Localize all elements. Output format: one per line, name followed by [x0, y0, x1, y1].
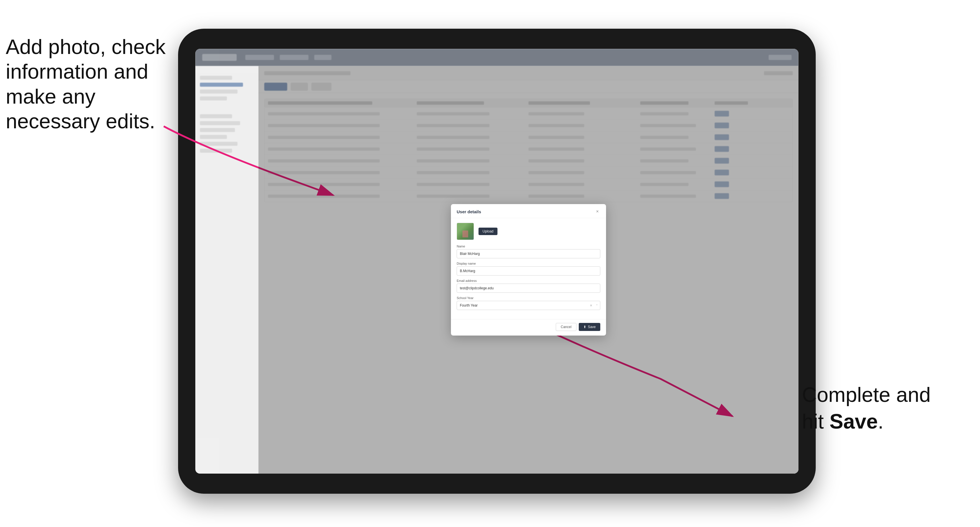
- sidebar-section-header-2: [200, 114, 232, 118]
- modal-body: Upload Name Display name: [451, 218, 606, 319]
- modal-overlay: User details × Upload: [258, 66, 799, 474]
- school-year-field-group: School Year Fourth Year × ⌃: [457, 296, 600, 310]
- app-body: User details × Upload: [195, 66, 799, 474]
- app-sidebar: [195, 66, 258, 474]
- display-name-label: Display name: [457, 262, 600, 265]
- photo-section: Upload: [457, 223, 600, 240]
- app-nav: [245, 55, 760, 60]
- display-name-input[interactable]: [457, 267, 600, 276]
- name-input[interactable]: [457, 249, 600, 258]
- name-field-group: Name: [457, 244, 600, 258]
- sidebar-item-3: [200, 128, 235, 132]
- app-main: User details × Upload: [258, 66, 799, 474]
- modal-title: User details: [457, 209, 481, 214]
- school-year-select-wrapper: Fourth Year × ⌃: [457, 301, 600, 310]
- annotation-right: Complete and hit Save.: [802, 381, 963, 435]
- save-label: Save: [588, 325, 596, 329]
- school-year-select[interactable]: Fourth Year: [457, 301, 600, 310]
- save-icon: ⬆: [583, 325, 586, 329]
- chevron-down-icon: ⌃: [596, 304, 598, 307]
- nav-item-communities: [245, 55, 274, 60]
- annotation-right-line2: hit: [802, 410, 829, 433]
- select-clear-icon[interactable]: ×: [590, 303, 592, 308]
- tablet-screen: User details × Upload: [195, 49, 799, 474]
- annotation-right-line1: Complete and: [802, 383, 931, 406]
- sidebar-item-settings: [200, 90, 237, 94]
- app-header: [195, 49, 799, 66]
- sidebar-item-roles: [200, 97, 227, 100]
- cancel-button[interactable]: Cancel: [556, 323, 576, 331]
- header-user-area: [768, 55, 792, 60]
- email-field-group: Email address: [457, 279, 600, 293]
- sidebar-item-2: [200, 121, 240, 125]
- save-button[interactable]: ⬆ Save: [579, 323, 600, 331]
- app-logo: [202, 54, 237, 61]
- modal-footer: Cancel ⬆ Save: [451, 319, 606, 335]
- modal-header: User details ×: [451, 204, 606, 218]
- sidebar-section-header: [200, 76, 232, 80]
- school-year-label: School Year: [457, 296, 600, 300]
- tablet-device: User details × Upload: [178, 29, 816, 494]
- name-label: Name: [457, 244, 600, 248]
- close-button[interactable]: ×: [595, 209, 600, 214]
- display-name-field-group: Display name: [457, 262, 600, 276]
- annotation-right-end: .: [878, 410, 883, 433]
- user-details-modal: User details × Upload: [451, 204, 606, 335]
- annotation-save-bold: Save: [829, 410, 878, 433]
- user-photo-thumbnail: [457, 223, 474, 240]
- email-input[interactable]: [457, 284, 600, 293]
- nav-item-admin: [280, 55, 309, 60]
- sidebar-item-5: [200, 142, 237, 146]
- nav-item-extra: [314, 55, 331, 60]
- sidebar-item-4: [200, 135, 227, 139]
- sidebar-item-users: [200, 83, 243, 87]
- email-label: Email address: [457, 279, 600, 283]
- annotation-left: Add photo, check information and make an…: [6, 35, 172, 134]
- upload-photo-button[interactable]: Upload: [479, 228, 498, 235]
- sidebar-item-6: [200, 149, 232, 153]
